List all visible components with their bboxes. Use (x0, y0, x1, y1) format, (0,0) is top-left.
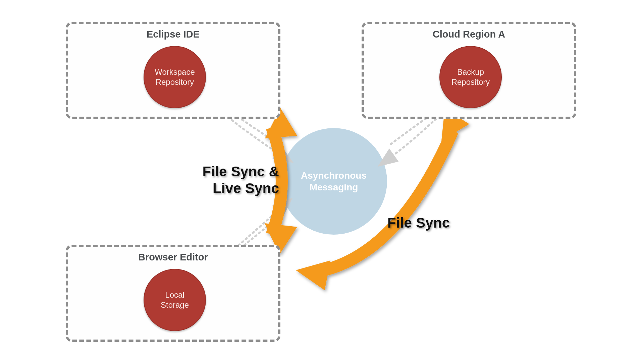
browser-repo-line1: Local (165, 290, 184, 299)
workspace-repo-line2: Repository (156, 77, 194, 86)
hub-label-line2: Messaging (310, 182, 358, 192)
browser-title: Browser Editor (68, 252, 278, 263)
file-live-sync-label: File Sync & Live Sync (199, 163, 279, 196)
cloud-repo-line2: Repository (451, 77, 490, 86)
local-storage-node: Local Storage (144, 269, 206, 331)
eclipse-title: Eclipse IDE (68, 29, 278, 40)
file-sync-label: File Sync (387, 215, 450, 231)
cloud-repo-line1: Backup (457, 67, 484, 76)
diagram-canvas: Asynchronous Messaging (0, 0, 644, 362)
browser-repo-line2: Storage (161, 300, 189, 309)
hub-label-line1: Asynchronous (301, 170, 367, 181)
workspace-repository-node: Workspace Repository (144, 46, 206, 108)
sync-left-line1: File Sync & (202, 164, 279, 179)
workspace-repo-line1: Workspace (155, 67, 195, 76)
eclipse-box: Eclipse IDE Workspace Repository (66, 22, 280, 119)
hub-circle: Asynchronous Messaging (280, 128, 387, 235)
browser-box: Browser Editor Local Storage (66, 245, 280, 342)
cloud-title: Cloud Region A (364, 29, 574, 40)
hub-label: Asynchronous Messaging (301, 170, 367, 193)
sync-left-line2: Live Sync (213, 180, 279, 196)
cloud-repository-node: Backup Repository (439, 46, 502, 108)
cloud-box: Cloud Region A Backup Repository (362, 22, 576, 119)
sync-right-text: File Sync (387, 215, 450, 231)
